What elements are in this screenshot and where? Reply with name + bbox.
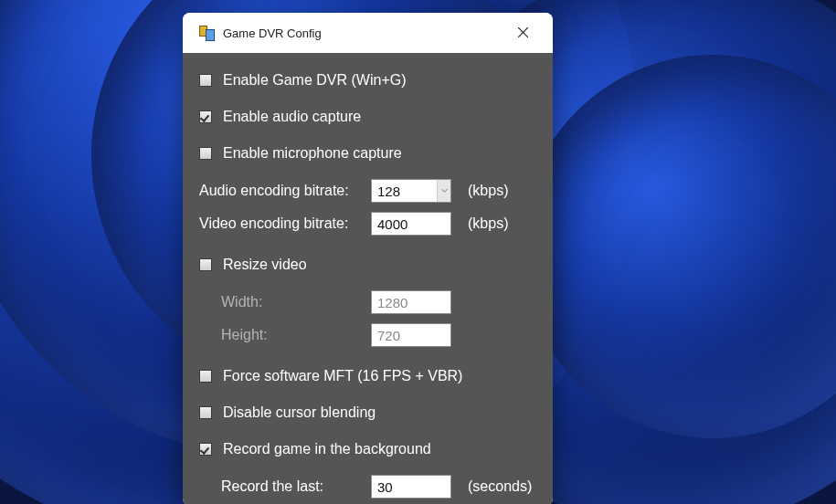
- desktop-wallpaper: Game DVR Config Enable Game DVR (Win+G) …: [0, 0, 836, 504]
- game-dvr-config-window: Game DVR Config Enable Game DVR (Win+G) …: [183, 13, 553, 504]
- width-input[interactable]: 1280: [371, 290, 451, 314]
- enable-audio-capture-label: Enable audio capture: [223, 109, 361, 125]
- app-icon: [199, 26, 214, 40]
- record-background-checkbox[interactable]: [199, 443, 212, 456]
- close-button[interactable]: [503, 19, 542, 47]
- force-software-mft-label: Force software MFT (16 FPS + VBR): [223, 368, 462, 384]
- record-last-label: Record the last:: [199, 478, 371, 495]
- enable-mic-capture-label: Enable microphone capture: [223, 145, 402, 162]
- enable-game-dvr-checkbox[interactable]: [199, 74, 212, 87]
- close-icon: [518, 25, 528, 41]
- record-last-unit: (seconds): [468, 478, 532, 495]
- resize-video-label: Resize video: [223, 257, 307, 273]
- height-input[interactable]: 720: [371, 323, 451, 347]
- enable-audio-capture-checkbox[interactable]: [199, 110, 212, 123]
- dialog-body: Enable Game DVR (Win+G) Enable audio cap…: [183, 53, 553, 504]
- force-software-mft-checkbox[interactable]: [199, 370, 212, 383]
- disable-cursor-blending-checkbox[interactable]: [199, 406, 212, 419]
- width-label: Width:: [199, 294, 371, 310]
- video-bitrate-label: Video encoding bitrate:: [199, 215, 371, 232]
- audio-bitrate-unit: (kbps): [468, 183, 508, 199]
- disable-cursor-blending-label: Disable cursor blending: [223, 404, 376, 421]
- video-bitrate-value: 4000: [377, 216, 407, 232]
- height-label: Height:: [199, 327, 371, 343]
- record-last-value: 30: [377, 479, 393, 495]
- audio-bitrate-label: Audio encoding bitrate:: [199, 183, 371, 199]
- height-value: 720: [377, 328, 400, 343]
- audio-bitrate-value: 128: [372, 180, 437, 202]
- record-background-label: Record game in the background: [223, 441, 431, 457]
- enable-game-dvr-label: Enable Game DVR (Win+G): [223, 72, 407, 89]
- video-bitrate-input[interactable]: 4000: [371, 212, 451, 236]
- resize-video-checkbox[interactable]: [199, 258, 212, 271]
- dropdown-arrow-icon: [437, 180, 450, 202]
- audio-bitrate-combobox[interactable]: 128: [371, 179, 451, 203]
- titlebar[interactable]: Game DVR Config: [183, 13, 553, 53]
- window-title: Game DVR Config: [223, 26, 322, 40]
- width-value: 1280: [377, 295, 407, 310]
- enable-mic-capture-checkbox[interactable]: [199, 147, 212, 160]
- video-bitrate-unit: (kbps): [468, 215, 508, 232]
- record-last-input[interactable]: 30: [371, 475, 451, 499]
